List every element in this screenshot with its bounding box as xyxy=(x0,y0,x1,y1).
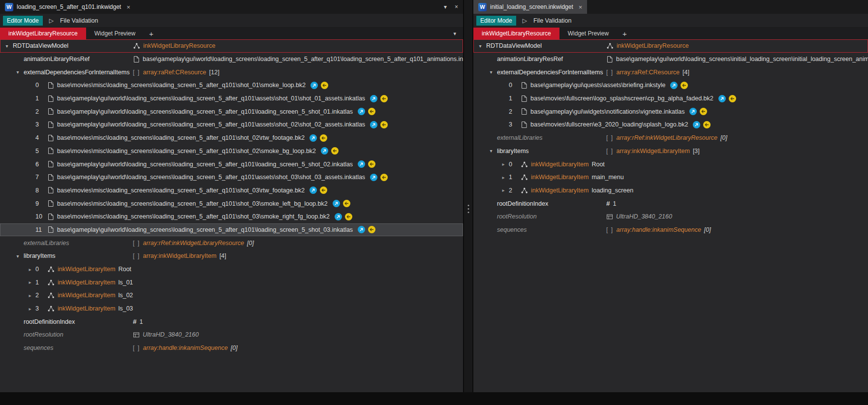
tree-row[interactable]: 1base\movies\fullscreen\logo_splashscree… xyxy=(473,92,868,105)
import-file-button[interactable] xyxy=(681,82,688,89)
file-validation-button[interactable]: File Validation xyxy=(60,17,98,24)
chevron-right-icon[interactable]: ▸ xyxy=(501,175,506,180)
chevron-right-icon[interactable]: ▸ xyxy=(28,306,32,312)
tree-row[interactable]: rootResolutionUltraHD_3840_2160 xyxy=(0,328,463,342)
tree-row[interactable]: animationLibraryResRefbase\gameplay\gui\… xyxy=(0,53,463,66)
document-tab[interactable]: W initial_loading_screen.inkwidget × xyxy=(473,0,587,14)
tab-close-icon[interactable]: × xyxy=(126,3,130,11)
tree-row[interactable]: ▸0inkWidgetLibraryItemRoot xyxy=(473,157,868,171)
tree-row[interactable]: 8base\movies\misc\loading_screens\loadin… xyxy=(0,184,463,197)
tree-row-root[interactable]: ▾RDTDataViewModelinkWidgetLibraryResourc… xyxy=(0,39,463,53)
open-file-button[interactable] xyxy=(358,108,365,115)
import-file-button[interactable] xyxy=(700,108,707,115)
open-file-button[interactable] xyxy=(693,121,700,128)
chevron-down-icon[interactable]: ▾ xyxy=(15,65,21,79)
tree-row[interactable]: ▾externalDependenciesForInternalItems[ ]… xyxy=(473,65,868,79)
tree-row[interactable]: 1base\gameplay\gui\world\loading_screens… xyxy=(0,92,463,105)
open-file-button[interactable] xyxy=(370,174,377,181)
chevron-down-icon[interactable]: ▾ xyxy=(4,39,10,53)
tree-row[interactable]: 0base\movies\misc\loading_screens\loadin… xyxy=(0,79,463,92)
tree-row[interactable]: 2base\gameplay\gui\widgets\notifications… xyxy=(473,105,868,118)
open-file-button[interactable] xyxy=(358,160,365,168)
open-file-button[interactable] xyxy=(718,95,726,102)
play-icon[interactable]: ▷ xyxy=(523,17,527,24)
tree-row[interactable]: externalLibraries[ ]array:rRef:inkWidget… xyxy=(0,236,463,249)
import-file-button[interactable] xyxy=(368,226,375,233)
import-file-button[interactable] xyxy=(345,213,352,220)
panel-splitter[interactable] xyxy=(463,0,473,405)
add-tab-button[interactable]: + xyxy=(617,28,632,39)
import-file-button[interactable] xyxy=(380,95,388,102)
open-file-button[interactable] xyxy=(310,82,318,89)
tab-close-icon[interactable]: × xyxy=(579,3,583,11)
tree-row[interactable]: 5base\movies\misc\loading_screens\loadin… xyxy=(0,145,463,158)
chevron-down-icon[interactable]: ▾ xyxy=(477,39,483,53)
tree-row[interactable]: ▸1inkWidgetLibraryItemls_01 xyxy=(0,276,463,289)
tab-widget-preview[interactable]: Widget Preview xyxy=(559,28,617,39)
splitter-grip-icon[interactable] xyxy=(467,208,469,210)
tree-row[interactable]: ▾libraryItems[ ]array:inkWidgetLibraryIt… xyxy=(473,145,868,158)
import-file-button[interactable] xyxy=(380,121,388,128)
tree-row[interactable]: rootDefinitionIndex#1 xyxy=(0,315,463,328)
import-file-button[interactable] xyxy=(380,174,388,181)
tab-inkwidgetlibraryresource[interactable]: inkWidgetLibraryResource xyxy=(0,28,86,39)
chevron-right-icon[interactable]: ▸ xyxy=(501,187,506,193)
horizontal-scrollbar[interactable] xyxy=(0,392,868,405)
open-file-button[interactable] xyxy=(370,95,377,102)
import-file-button[interactable] xyxy=(320,134,327,142)
import-file-button[interactable] xyxy=(729,95,736,102)
import-file-button[interactable] xyxy=(343,200,350,207)
chevron-right-icon[interactable]: ▸ xyxy=(28,293,32,298)
editor-mode-badge[interactable]: Editor Mode xyxy=(476,16,516,26)
tree-row[interactable]: ▸2inkWidgetLibraryItemls_02 xyxy=(0,289,463,302)
open-file-button[interactable] xyxy=(310,187,317,194)
import-file-button[interactable] xyxy=(703,121,711,128)
import-file-button[interactable] xyxy=(321,82,328,89)
tree-row[interactable]: ▸3inkWidgetLibraryItemls_03 xyxy=(0,302,463,315)
chevron-down-icon[interactable]: ▾ xyxy=(488,65,494,79)
tree-row[interactable]: ▸0inkWidgetLibraryItemRoot xyxy=(0,263,463,276)
tree-row[interactable]: 0base\gameplay\gui\quests\assets\briefin… xyxy=(473,79,868,92)
chevron-right-icon[interactable]: ▸ xyxy=(28,267,32,272)
tree-row[interactable]: 6base\gameplay\gui\world\loading_screens… xyxy=(0,157,463,171)
file-validation-button[interactable]: File Validation xyxy=(533,17,572,24)
tree-row[interactable]: 2base\gameplay\gui\world\loading_screens… xyxy=(0,105,463,118)
tree-row[interactable]: ▸1inkWidgetLibraryItemmain_menu xyxy=(473,171,868,184)
play-icon[interactable]: ▷ xyxy=(49,17,54,24)
tree-row[interactable]: rootDefinitionIndex#1 xyxy=(473,197,868,210)
tree-row[interactable]: 7base\gameplay\gui\world\loading_screens… xyxy=(0,171,463,184)
tree-row[interactable]: 10base\movies\misc\loading_screens\loadi… xyxy=(0,210,463,223)
chevron-down-icon[interactable]: ▾ xyxy=(488,145,494,158)
tab-inkwidgetlibraryresource[interactable]: inkWidgetLibraryResource xyxy=(473,28,559,39)
tree-row[interactable]: ▸2inkWidgetLibraryItemloading_screen xyxy=(473,184,868,197)
tree-row[interactable]: externalLibraries[ ]array:rRef:inkWidget… xyxy=(473,131,868,145)
open-file-button[interactable] xyxy=(335,213,342,220)
chevron-down-icon[interactable]: ▾ xyxy=(15,249,21,263)
tree-row[interactable]: animationLibraryResRefbase\gameplay\gui\… xyxy=(473,53,868,66)
tree-row[interactable]: ▾externalDependenciesForInternalItems[ ]… xyxy=(0,65,463,79)
tree-row[interactable]: sequences[ ]array:handle:inkanimSequence… xyxy=(0,342,463,355)
import-file-button[interactable] xyxy=(320,187,327,194)
tree-row[interactable]: 9base\movies\misc\loading_screens\loadin… xyxy=(0,197,463,210)
document-tab[interactable]: W loading_screen_5_after_q101.inkwidget … xyxy=(0,0,135,14)
tree-row[interactable]: 3base\movies\fullscreen\e3_2020_loading\… xyxy=(473,118,868,131)
import-file-button[interactable] xyxy=(331,147,339,155)
open-file-button[interactable] xyxy=(689,108,697,115)
tree-row[interactable]: ▾libraryItems[ ]array:inkWidgetLibraryIt… xyxy=(0,249,463,263)
open-file-button[interactable] xyxy=(358,226,365,233)
pane-close-icon[interactable]: × xyxy=(455,3,458,10)
open-file-button[interactable] xyxy=(670,82,678,89)
import-file-button[interactable] xyxy=(368,160,375,168)
open-file-button[interactable] xyxy=(333,200,340,207)
tree-row[interactable]: 3base\gameplay\gui\world\loading_screens… xyxy=(0,118,463,131)
tree-row[interactable]: 4base\movies\misc\loading_screens\loadin… xyxy=(0,131,463,145)
tab-widget-preview[interactable]: Widget Preview xyxy=(86,28,144,39)
tree-row[interactable]: rootResolutionUltraHD_3840_2160 xyxy=(473,210,868,223)
chevron-right-icon[interactable]: ▸ xyxy=(28,280,32,285)
import-file-button[interactable] xyxy=(368,108,375,115)
tree-row-root[interactable]: ▾RDTDataViewModelinkWidgetLibraryResourc… xyxy=(473,39,868,53)
tab-overflow-chevron-icon[interactable]: ▾ xyxy=(446,28,463,39)
tree-row[interactable]: 11base\gameplay\gui\world\loading_screen… xyxy=(0,223,463,237)
open-file-button[interactable] xyxy=(321,147,328,155)
open-file-button[interactable] xyxy=(310,134,317,142)
